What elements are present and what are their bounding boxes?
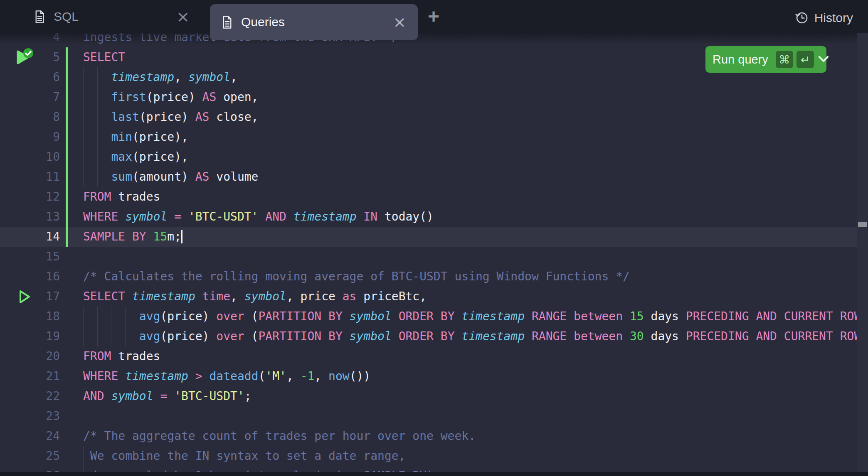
marker-gutter: [0, 307, 37, 326]
close-icon[interactable]: ×: [176, 9, 190, 25]
code-line-4[interactable]: 4ingests live market data from the OKX A…: [0, 33, 857, 47]
code-line-17[interactable]: 17SELECT timestamp time, symbol, price a…: [0, 287, 857, 307]
editor-scrollbar[interactable]: [857, 33, 868, 472]
code-text: min(price),: [62, 127, 857, 147]
marker-gutter: [0, 466, 37, 472]
code-line-26[interactable]: 26 downsampled by 1-hour intervals (usin…: [0, 466, 857, 472]
marker-gutter: [0, 366, 37, 386]
code-line-9[interactable]: 9 min(price),: [0, 127, 857, 147]
line-number: 5: [37, 47, 62, 67]
run-query-button[interactable]: Run query ⌘ ↵: [705, 46, 826, 73]
code-line-16[interactable]: 16/* Calculates the rolling moving avera…: [0, 267, 857, 287]
line-number: 21: [37, 366, 62, 386]
line-number: 17: [37, 287, 62, 307]
active-query-indicator: [66, 227, 68, 247]
code-text: AND symbol = 'BTC-USDT';: [62, 386, 857, 406]
code-line-11[interactable]: 11 sum(amount) AS volume: [0, 167, 857, 187]
code-line-21[interactable]: 21WHERE timestamp > dateadd('M', -1, now…: [0, 366, 857, 386]
code-lines: 4ingests live market data from the OKX A…: [0, 33, 857, 472]
code-line-22[interactable]: 22AND symbol = 'BTC-USDT';: [0, 386, 857, 406]
marker-gutter: [0, 426, 37, 446]
line-number: 23: [37, 406, 62, 426]
active-query-indicator: [66, 187, 68, 207]
indent-guide: [83, 307, 84, 326]
line-number: 22: [37, 386, 62, 406]
code-text: FROM trades: [62, 346, 857, 366]
scrollbar-thumb[interactable]: [858, 222, 867, 227]
code-text: max(price),: [62, 147, 857, 167]
new-tab-button[interactable]: +: [422, 5, 445, 28]
sql-editor[interactable]: 4ingests live market data from the OKX A…: [0, 33, 857, 472]
run-query-marker[interactable]: [0, 287, 37, 307]
marker-gutter: [0, 107, 37, 127]
code-text: SAMPLE BY 15m;: [62, 227, 857, 247]
code-line-19[interactable]: 19 avg(price) over (PARTITION BY symbol …: [0, 326, 857, 346]
code-line-13[interactable]: 13WHERE symbol = 'BTC-USDT' AND timestam…: [0, 207, 857, 227]
code-text: /* Calculates the rolling moving average…: [62, 267, 857, 287]
marker-gutter: [0, 386, 37, 406]
code-text: /* The aggregate count of trades per hou…: [62, 426, 857, 446]
code-line-8[interactable]: 8 last(price) AS close,: [0, 107, 857, 127]
indent-guide: [97, 307, 98, 326]
code-line-24[interactable]: 24/* The aggregate count of trades per h…: [0, 426, 857, 446]
code-text: avg(price) over (PARTITION BY symbol ORD…: [62, 326, 857, 346]
indent-guide: [97, 67, 98, 87]
code-text: We combine the IN syntax to set a date r…: [62, 446, 857, 466]
line-number: 14: [37, 227, 62, 247]
indent-guide: [125, 307, 126, 326]
code-text: [62, 406, 857, 426]
marker-gutter: [0, 167, 37, 187]
line-number: 16: [37, 267, 62, 287]
line-number: 24: [37, 426, 62, 446]
marker-gutter: [0, 147, 37, 167]
history-icon: [795, 11, 809, 25]
cmd-key-icon: ⌘: [776, 51, 793, 68]
indent-guide: [125, 326, 126, 346]
close-icon[interactable]: ×: [393, 14, 406, 30]
line-number: 25: [37, 446, 62, 466]
code-text: WHERE symbol = 'BTC-USDT' AND timestamp …: [62, 207, 857, 227]
code-line-14[interactable]: 14SAMPLE BY 15m;: [0, 227, 857, 247]
code-line-15[interactable]: 15: [0, 247, 857, 267]
line-number: 9: [37, 127, 62, 147]
code-line-12[interactable]: 12FROM trades: [0, 187, 857, 207]
history-label: History: [814, 11, 853, 25]
code-line-10[interactable]: 10 max(price),: [0, 147, 857, 167]
code-text: WHERE timestamp > dateadd('M', -1, now()…: [62, 366, 857, 386]
active-query-indicator: [66, 127, 68, 147]
marker-gutter: [0, 227, 37, 247]
marker-gutter: [0, 346, 37, 366]
code-line-7[interactable]: 7 first(price) AS open,: [0, 87, 857, 107]
marker-gutter: [0, 326, 37, 346]
history-button[interactable]: History: [795, 11, 853, 25]
indent-guide: [111, 326, 111, 346]
line-number: 19: [37, 326, 62, 346]
chevron-down-icon[interactable]: [817, 55, 830, 64]
code-text: sum(amount) AS volume: [62, 167, 857, 187]
code-text: FROM trades: [62, 187, 857, 207]
code-line-25[interactable]: 25 We combine the IN syntax to set a dat…: [0, 446, 857, 466]
run-query-success-marker[interactable]: [0, 47, 37, 67]
code-text: [62, 247, 857, 267]
code-line-18[interactable]: 18 avg(price) over (PARTITION BY symbol …: [0, 307, 857, 326]
tab-sql[interactable]: SQL ×: [24, 0, 200, 33]
indent-guide: [97, 167, 98, 187]
active-query-indicator: [66, 167, 68, 187]
marker-gutter: [0, 247, 37, 267]
line-number: 15: [37, 247, 62, 267]
tab-label: Queries: [241, 15, 285, 29]
indent-guide: [97, 107, 98, 127]
code-line-20[interactable]: 20FROM trades: [0, 346, 857, 366]
marker-gutter: [0, 67, 37, 87]
code-line-23[interactable]: 23: [0, 406, 857, 426]
indent-guide: [83, 67, 84, 87]
line-number: 7: [37, 87, 62, 107]
line-number: 11: [37, 167, 62, 187]
tab-label: SQL: [54, 10, 79, 24]
tab-queries[interactable]: Queries ×: [210, 4, 418, 40]
marker-gutter: [0, 406, 37, 426]
file-icon: [34, 10, 45, 24]
code-text: SELECT timestamp time, symbol, price as …: [62, 287, 857, 307]
active-query-indicator: [66, 87, 68, 107]
tab-bar: SQL × Queries × + History: [0, 0, 868, 33]
